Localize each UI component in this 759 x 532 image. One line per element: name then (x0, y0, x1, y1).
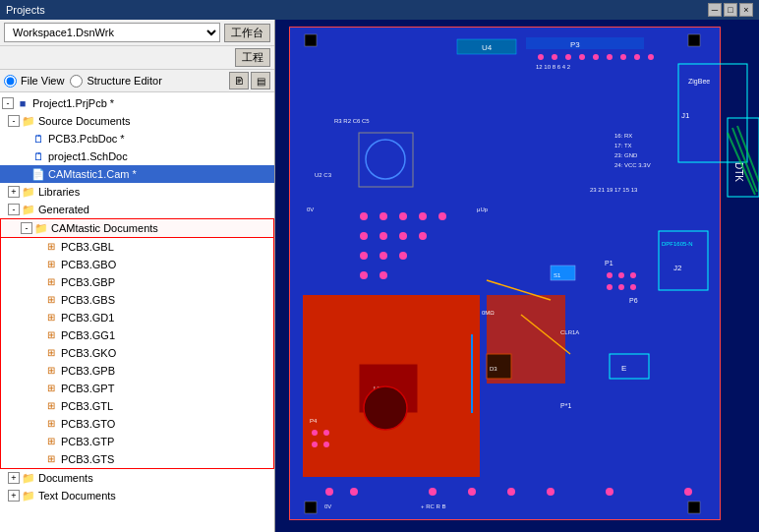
label-pcb3-gbp: PCB3.GBP (61, 274, 115, 290)
svg-point-78 (323, 442, 329, 447)
expand-project1[interactable]: - (2, 97, 14, 109)
svg-text:24: VCC 3.3V: 24: VCC 3.3V (614, 162, 651, 168)
svg-text:12 10 8 6 4 2: 12 10 8 6 4 2 (536, 64, 571, 70)
tree-item-pcb3-gpt[interactable]: ⊞ PCB3.GPT (0, 380, 274, 397)
tree-item-pcb3-gbs[interactable]: ⊞ PCB3.GBS (0, 291, 274, 309)
expand-camtastic-docs[interactable]: - (21, 222, 32, 234)
svg-point-22 (648, 54, 654, 60)
tree-item-pcb3-gg1[interactable]: ⊞ PCB3.GG1 (0, 326, 274, 344)
restore-button[interactable]: □ (724, 3, 737, 17)
view-icon-2[interactable]: ▤ (251, 72, 270, 89)
svg-point-42 (380, 212, 387, 220)
tree-item-pcb3-gto[interactable]: ⊞ PCB3.GTO (0, 415, 274, 433)
label-pcb3-gtl: PCB3.GTL (61, 398, 113, 414)
tree-item-project1[interactable]: - ■ Project1.PrjPcb * (0, 94, 274, 112)
tree-container[interactable]: - ■ Project1.PrjPcb * - 📁 Source Documen… (0, 92, 274, 532)
label-pcb3-gbo: PCB3.GBO (61, 257, 116, 272)
expand-text-docs[interactable]: + (8, 490, 20, 502)
view-icons: 🖹 ▤ (229, 72, 270, 89)
svg-point-76 (323, 430, 329, 436)
tree-item-pcb3-gbo[interactable]: ⊞ PCB3.GBO (0, 256, 274, 273)
tree-item-source-docs[interactable]: - 📁 Source Documents (0, 112, 274, 130)
minimize-button[interactable]: ─ (708, 3, 722, 17)
svg-point-54 (380, 271, 387, 279)
svg-point-44 (419, 212, 427, 220)
svg-text:U4: U4 (482, 43, 493, 52)
tree-item-camtastic-docs[interactable]: - 📁 CAMtastic Documents (0, 218, 274, 238)
svg-point-15 (552, 54, 557, 60)
close-button[interactable]: × (739, 3, 753, 17)
svg-rect-6 (305, 34, 317, 46)
svg-point-53 (360, 271, 368, 279)
label-pcb3-gpt: PCB3.GPT (61, 381, 114, 396)
workspace-dropdown[interactable]: Workspace1.DsnWrk (4, 23, 220, 42)
svg-text:16: RX: 16: RX (614, 133, 632, 139)
tree-item-libraries[interactable]: + 📁 Libraries (0, 183, 274, 201)
svg-point-82 (429, 488, 437, 496)
svg-text:23 21 19 17 15 13: 23 21 19 17 15 13 (590, 187, 638, 193)
title-bar: Projects ─ □ × (0, 0, 759, 20)
svg-text:E: E (621, 364, 626, 373)
pcb-svg: U4 P3 12 10 8 6 4 2 Zig (275, 20, 759, 532)
tree-item-camtastic1[interactable]: 📄 CAMtastic1.Cam * (0, 165, 274, 183)
tree-item-pcb3-gpb[interactable]: ⊞ PCB3.GPB (0, 362, 274, 380)
label-project1: Project1.PrjPcb * (32, 95, 114, 111)
svg-text:17: TX: 17: TX (614, 143, 632, 148)
label-camtastic1: CAMtastic1.Cam * (48, 166, 137, 182)
icon-pcb3-gbp: ⊞ (44, 275, 58, 289)
svg-point-81 (350, 488, 358, 496)
svg-text:0MΩ: 0MΩ (482, 310, 495, 316)
icon-pcb3-gtl: ⊞ (44, 399, 58, 413)
title-bar-text: Projects (6, 4, 45, 16)
icon-pcb3-gpt: ⊞ (44, 382, 58, 395)
gongzuotai-button[interactable]: 工作台 (224, 24, 270, 42)
label-pcb3-pcbdoc: PCB3.PcbDoc * (48, 131, 125, 147)
svg-point-50 (360, 252, 368, 260)
tree-item-pcb3-gbl[interactable]: ⊞ PCB3.GBL (0, 238, 274, 256)
svg-rect-8 (305, 502, 317, 513)
gongcheng-button[interactable]: 工程 (235, 48, 270, 67)
svg-point-64 (607, 284, 613, 290)
file-view-radio[interactable] (4, 75, 17, 88)
tree-item-text-docs[interactable]: + 📁 Text Documents (0, 487, 274, 504)
svg-point-48 (399, 232, 407, 240)
svg-text:J1: J1 (681, 111, 690, 120)
svg-point-84 (507, 488, 515, 496)
svg-point-65 (618, 284, 624, 290)
label-generated: Generated (38, 202, 89, 217)
svg-point-66 (630, 284, 636, 290)
icon-project1: ■ (16, 96, 29, 110)
label-text-docs: Text Documents (38, 488, 116, 503)
icon-pcb3-gbl: ⊞ (44, 240, 58, 254)
tree-item-pcb3-gtl[interactable]: ⊞ PCB3.GTL (0, 397, 274, 415)
file-view-radio-group: File View (4, 75, 64, 88)
file-view-label: File View (21, 75, 64, 87)
pcb-view[interactable]: U4 P3 12 10 8 6 4 2 Zig (275, 20, 759, 532)
expand-documents[interactable]: + (8, 472, 20, 484)
svg-point-71 (364, 386, 407, 430)
tree-item-generated[interactable]: - 📁 Generated (0, 201, 274, 218)
svg-point-18 (593, 54, 599, 60)
structure-editor-radio[interactable] (70, 75, 83, 88)
svg-text:P6: P6 (629, 297, 638, 304)
tree-item-documents[interactable]: + 📁 Documents (0, 469, 274, 487)
expand-generated[interactable]: - (8, 204, 20, 215)
tree-item-pcb3-gts[interactable]: ⊞ PCB3.GTS (0, 450, 274, 469)
title-bar-buttons: ─ □ × (708, 3, 753, 17)
tree-item-pcb3-pcbdoc[interactable]: 🗒 PCB3.PcbDoc * (0, 130, 274, 148)
icon-pcb3-gpb: ⊞ (44, 364, 58, 378)
tree-item-pcb3-gko[interactable]: ⊞ PCB3.GKO (0, 344, 274, 362)
label-pcb3-gg1: PCB3.GG1 (61, 327, 115, 343)
svg-point-45 (438, 212, 446, 220)
structure-editor-radio-group: Structure Editor (70, 75, 161, 88)
svg-text:μUp: μUp (477, 207, 489, 212)
tree-item-pcb3-gbp[interactable]: ⊞ PCB3.GBP (0, 273, 274, 291)
icon-camtastic1: 📄 (31, 167, 45, 181)
tree-item-pcb3-gd1[interactable]: ⊞ PCB3.GD1 (0, 309, 274, 326)
svg-point-41 (360, 212, 368, 220)
tree-item-schdoc[interactable]: 🗒 project1.SchDoc (0, 148, 274, 165)
expand-source-docs[interactable]: - (8, 115, 20, 127)
expand-libraries[interactable]: + (8, 186, 20, 198)
tree-item-pcb3-gtp[interactable]: ⊞ PCB3.GTP (0, 433, 274, 450)
view-icon-1[interactable]: 🖹 (229, 72, 249, 89)
